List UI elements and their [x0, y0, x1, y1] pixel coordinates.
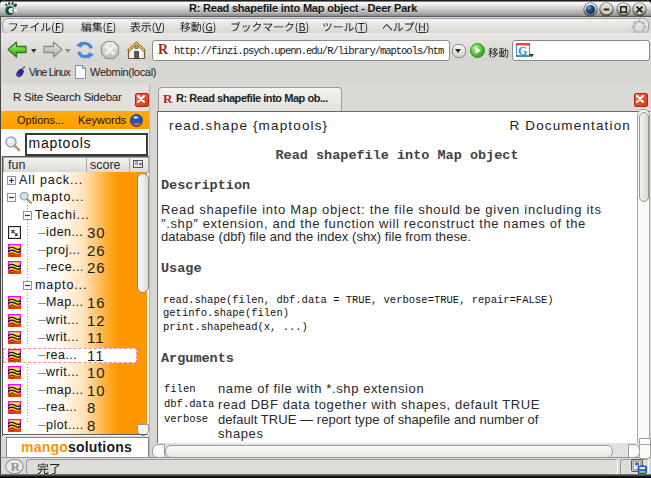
svg-text:G: G: [518, 44, 527, 58]
svg-text:R: R: [11, 459, 21, 474]
